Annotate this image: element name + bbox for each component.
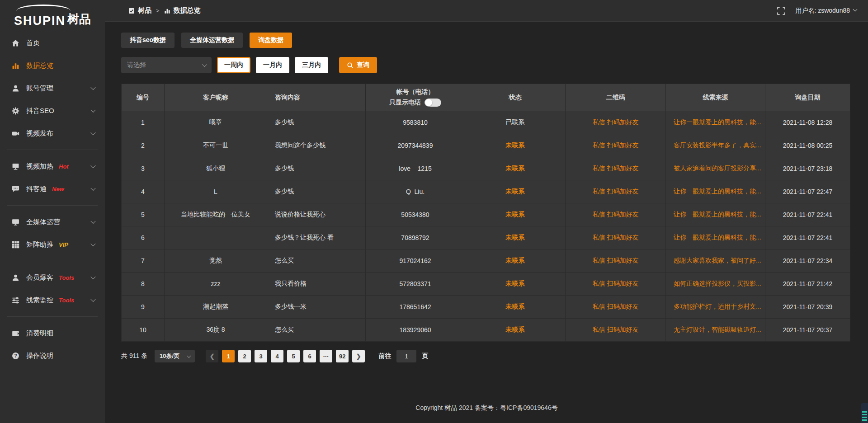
sliders-icon [12,296,19,304]
cell-qr-link[interactable]: 私信 扫码加好友 [566,296,666,319]
chat-icon [12,185,19,193]
sidebar-item-data-overview[interactable]: 数据总览 [0,54,105,77]
tab-inquiry-data[interactable]: 询盘数据 [250,33,292,48]
cell-qr-link[interactable]: 私信 扫码加好友 [566,249,666,273]
sidebar-item-member-burst[interactable]: 会员爆客 Tools [0,266,105,289]
gear-icon [12,107,19,115]
tab-douyin-seo-data[interactable]: 抖音seo数据 [121,33,175,48]
sidebar-item-account-management[interactable]: 账号管理 [0,77,105,99]
sidebar-item-video-publish[interactable]: 视频发布 [0,122,105,145]
sidebar-item-video-heat[interactable]: 视频加热 Hot [0,155,105,178]
cell-source-link[interactable]: 让你一眼就爱上的黑科技，能... [666,203,765,226]
user-menu[interactable]: 用户名: zswodun88 [795,7,857,15]
cell-no: 3 [122,157,165,180]
page-size-select[interactable]: 10条/页 [155,350,195,362]
chevron-down-icon [90,219,95,224]
cell-nickname: zzz [165,273,267,296]
cell-nickname: 不可一世 [165,134,267,157]
sidebar-item-douketong[interactable]: 抖客通 New [0,178,105,200]
sidebar-item-home[interactable]: 首页 [0,32,105,54]
cell-date: 2021-11-08 12:28 [765,111,850,134]
cell-qr-link[interactable]: 私信 扫码加好友 [566,203,666,226]
col-header-status: 状态 [465,84,566,111]
page-button[interactable]: 4 [271,350,283,362]
hot-badge: Hot [59,163,69,170]
corner-floating-widget[interactable] [861,403,868,423]
cell-source-link[interactable]: 如何正确选择投影仪，买投影... [666,273,765,296]
chevron-down-icon [90,163,95,168]
phone-only-toggle[interactable] [425,99,441,107]
date-range-button[interactable]: 一周内 [217,57,250,73]
top-bar: 树品 > 数据总览 用户名: zswodun88 [105,0,868,22]
cell-nickname: 狐小狸 [165,157,267,180]
sidebar-item-instructions[interactable]: ? 操作说明 [0,344,105,367]
cell-no: 2 [122,134,165,157]
cell-qr-link[interactable]: 私信 扫码加好友 [566,180,666,203]
video-camera-icon [12,130,19,137]
page-button[interactable]: ··· [320,350,332,362]
breadcrumb: 树品 > 数据总览 [128,6,201,15]
cell-source-link[interactable]: 多功能护栏灯，适用于乡村文... [666,296,765,319]
sidebar-item-label: 抖音SEO [26,107,54,115]
cell-content: 我只看价格 [267,273,366,296]
cell-qr-link[interactable]: 私信 扫码加好友 [566,273,666,296]
date-range-button[interactable]: 三月内 [295,57,328,73]
prev-page-button[interactable]: ❮ [206,350,218,362]
cell-no: 9 [122,296,165,319]
sidebar-item-consumption-detail[interactable]: 消费明细 [0,322,105,344]
page-button[interactable]: 1 [222,350,235,362]
cell-qr-link[interactable]: 私信 扫码加好友 [566,319,666,342]
question-icon: ? [12,352,19,360]
page-button[interactable]: 5 [287,350,300,362]
cell-qr-link[interactable]: 私信 扫码加好友 [566,111,666,134]
page-button[interactable]: 2 [238,350,251,362]
cell-no: 8 [122,273,165,296]
sidebar-item-omnimedia-operation[interactable]: 全媒体运营 [0,211,105,233]
page-button[interactable]: 6 [303,350,316,362]
tools-badge: Tools [59,274,74,281]
cell-qr-link[interactable]: 私信 扫码加好友 [566,134,666,157]
cell-source-link[interactable]: 让你一眼就爱上的黑科技，能... [666,111,765,134]
table-row: 4 L 多少钱 Q_Liu. 未联系 私信 扫码加好友 让你一眼就爱上的黑科技，… [122,180,850,203]
sidebar-divider [7,150,98,150]
cell-account: 9583810 [366,111,465,134]
goto-page-input[interactable] [396,350,416,362]
cell-account: Q_Liu. [366,180,465,203]
fullscreen-icon[interactable] [777,7,785,15]
search-button[interactable]: 查询 [339,57,377,73]
page-button[interactable]: 3 [255,350,267,362]
cell-source-link[interactable]: 让你一眼就爱上的黑科技，能... [666,226,765,249]
cell-source-link[interactable]: 被大家追着问的客厅投影分享... [666,157,765,180]
new-badge: New [52,186,64,193]
cell-qr-link[interactable]: 私信 扫码加好友 [566,226,666,249]
cell-date: 2021-11-07 20:39 [765,296,850,319]
cell-date: 2021-11-07 23:18 [765,157,850,180]
page-size-value: 10条/页 [160,352,179,360]
table-row: 10 36度 8 怎么买 183929060 未联系 私信 扫码加好友 无主灯设… [122,319,850,342]
date-range-button[interactable]: 一月内 [256,57,289,73]
monitor-icon [12,218,19,226]
sidebar-divider [7,316,98,317]
cell-content: 多少钱 [267,157,366,180]
goto-label: 前往 [378,352,391,360]
sidebar-item-douyin-seo[interactable]: 抖音SEO [0,99,105,122]
svg-text:?: ? [14,353,17,358]
filter-select[interactable]: 请选择 [121,57,212,73]
cell-nickname: L [165,180,267,203]
cell-source-link[interactable]: 无主灯设计，智能磁吸轨道灯... [666,319,765,342]
breadcrumb-app[interactable]: 树品 [128,6,151,15]
next-page-button[interactable]: ❯ [352,350,365,362]
sidebar-item-lead-monitor[interactable]: 线索监控 Tools [0,289,105,311]
cell-qr-link[interactable]: 私信 扫码加好友 [566,157,666,180]
cell-source-link[interactable]: 感谢大家喜欢我家，被问了好... [666,249,765,273]
sidebar-item-matrix-boost[interactable]: 矩阵助推 VIP [0,233,105,256]
cell-source-link[interactable]: 让你一眼就爱上的黑科技，能... [666,180,765,203]
table-row: 3 狐小狸 多少钱 love__1215 未联系 私信 扫码加好友 被大家追着问… [122,157,850,180]
tab-omnimedia-data[interactable]: 全媒体运营数据 [181,33,243,48]
table-row: 7 觉然 怎么买 917024162 未联系 私信 扫码加好友 感谢大家喜欢我家… [122,249,850,273]
breadcrumb-current[interactable]: 数据总览 [164,6,201,15]
page-button[interactable]: 92 [336,350,349,362]
cell-source-link[interactable]: 客厅安装投影半年多了，真实... [666,134,765,157]
sidebar-item-label: 视频加热 [26,162,53,171]
cell-account: 183929060 [366,319,465,342]
